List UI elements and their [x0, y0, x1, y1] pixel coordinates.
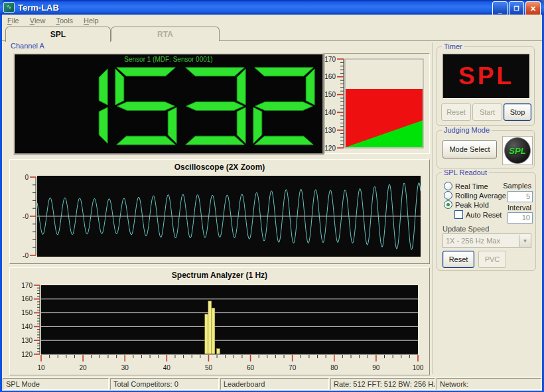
svg-text:140: 140 [325, 109, 336, 116]
meter-chart: 120130140150160170 [325, 54, 428, 152]
seven-segment-digits [45, 66, 316, 146]
svg-text:130: 130 [21, 337, 33, 344]
status-competitors: Total Competitors: 0 [110, 378, 219, 390]
svg-text:-0: -0 [23, 213, 29, 220]
oscilloscope-chart: 0-0-0 [13, 173, 426, 261]
svg-text:120: 120 [325, 145, 336, 152]
update-speed-label: Update Speed [442, 225, 489, 233]
oscilloscope-panel: Oscilloscope (2X Zoom) 0-0-0 [9, 159, 430, 264]
svg-text:120: 120 [21, 351, 33, 358]
svg-text:0: 0 [25, 174, 29, 181]
spectrum-chart: 120130140150160170102030405060708090100 [12, 280, 427, 373]
spl-display: Sensor 1 (MDF: Sensor 0001) [13, 53, 324, 155]
timer-stop-button[interactable]: Stop [504, 103, 531, 121]
judging-mode-group: Judging Mode Mode Select SPL [437, 130, 535, 168]
minimize-button[interactable]: _ [492, 1, 508, 16]
svg-text:170: 170 [21, 282, 33, 289]
menu-view[interactable]: View [25, 16, 51, 25]
auto-reset-checkbox[interactable] [454, 210, 463, 219]
svg-text:60: 60 [247, 364, 255, 371]
timer-group: Timer SPL Reset Start Stop [437, 46, 535, 126]
update-speed-combo[interactable]: 1X - 256 Hz Max ▼ [442, 233, 531, 248]
chevron-down-icon: ▼ [523, 238, 528, 244]
auto-reset-checkbox-row[interactable]: Auto Reset [454, 210, 502, 219]
oscilloscope-title: Oscilloscope (2X Zoom) [10, 163, 429, 172]
status-leaderboard: Leaderboard [220, 378, 329, 390]
update-speed-value: 1X - 256 Hz Max [443, 237, 519, 245]
spl-readout-group: SPL Readout Real Time Rolling Average Pe… [437, 172, 536, 271]
app-icon: ∿ [3, 2, 15, 13]
combo-arrow-button[interactable]: ▼ [519, 235, 531, 247]
svg-text:100: 100 [413, 364, 424, 371]
radio-rolling-average-circle [444, 191, 452, 200]
timer-group-label: Timer [442, 42, 464, 50]
spl-readout-label: SPL Readout [442, 168, 489, 176]
svg-text:-0: -0 [23, 252, 29, 259]
timer-start-button[interactable]: Start [472, 103, 502, 121]
menu-tools[interactable]: Tools [50, 16, 78, 25]
status-bar: SPL Mode Total Competitors: 0 Leaderboar… [2, 377, 542, 391]
svg-text:130: 130 [325, 127, 336, 134]
status-network: Network: [437, 378, 541, 390]
svg-text:150: 150 [21, 309, 33, 316]
spectrum-title: Spectrum Analyzer (1 Hz) [10, 271, 429, 280]
spl-logo-text: SPL [504, 137, 531, 164]
pvc-button[interactable]: PVC [478, 251, 506, 268]
menu-file[interactable]: File [2, 16, 25, 25]
radio-peak-hold[interactable]: Peak Hold [444, 200, 489, 209]
menu-help[interactable]: Help [78, 16, 104, 25]
restore-button[interactable]: ❐ [509, 1, 524, 16]
readout-reset-button[interactable]: Reset [442, 251, 474, 268]
tab-rta[interactable]: RTA [111, 27, 220, 41]
sensor-title: Sensor 1 (MDF: Sensor 0001) [15, 56, 322, 63]
svg-text:40: 40 [163, 364, 171, 371]
app-window: ∿ Term-LAB _ ❐ ✕ File View Tools Help SP… [0, 0, 544, 392]
radio-real-time[interactable]: Real Time [444, 182, 488, 190]
close-button[interactable]: ✕ [525, 1, 541, 16]
samples-field[interactable]: 5 [508, 191, 533, 202]
svg-text:70: 70 [289, 364, 297, 371]
radio-rolling-average[interactable]: Rolling Average [444, 191, 506, 200]
svg-text:170: 170 [325, 56, 336, 63]
spectrum-panel: Spectrum Analyzer (1 Hz) 120130140150160… [9, 267, 430, 375]
svg-text:90: 90 [372, 364, 380, 371]
svg-text:160: 160 [325, 73, 336, 80]
svg-text:10: 10 [37, 364, 45, 371]
svg-text:50: 50 [205, 364, 213, 371]
interval-label: Interval [501, 204, 531, 212]
column-divider [432, 42, 433, 374]
svg-text:80: 80 [330, 364, 338, 371]
interval-field[interactable]: 10 [508, 212, 533, 224]
svg-text:20: 20 [80, 364, 88, 371]
svg-text:140: 140 [21, 323, 33, 330]
mode-select-button[interactable]: Mode Select [442, 140, 497, 159]
tab-spl[interactable]: SPL [5, 27, 111, 42]
menu-bar: File View Tools Help [2, 15, 542, 27]
svg-text:160: 160 [21, 295, 33, 302]
samples-label: Samples [501, 182, 531, 190]
status-rate: Rate: 512 FFT: 512 BW: 256 Hz [330, 378, 435, 390]
svg-text:150: 150 [325, 91, 336, 98]
channel-a-label: Channel A [11, 42, 44, 50]
title-bar: ∿ Term-LAB _ ❐ ✕ [0, 0, 544, 15]
spl-meter-panel: 120130140150160170 [324, 53, 430, 154]
spl-logo: SPL [502, 136, 533, 165]
timer-reset-button[interactable]: Reset [441, 103, 471, 121]
svg-text:30: 30 [121, 364, 129, 371]
radio-real-time-circle [444, 182, 452, 190]
status-mode: SPL Mode [3, 378, 109, 390]
timer-led-display: SPL [442, 54, 530, 99]
radio-peak-hold-circle [444, 200, 452, 209]
judging-mode-label: Judging Mode [442, 126, 492, 134]
window-title: Term-LAB [18, 3, 59, 13]
